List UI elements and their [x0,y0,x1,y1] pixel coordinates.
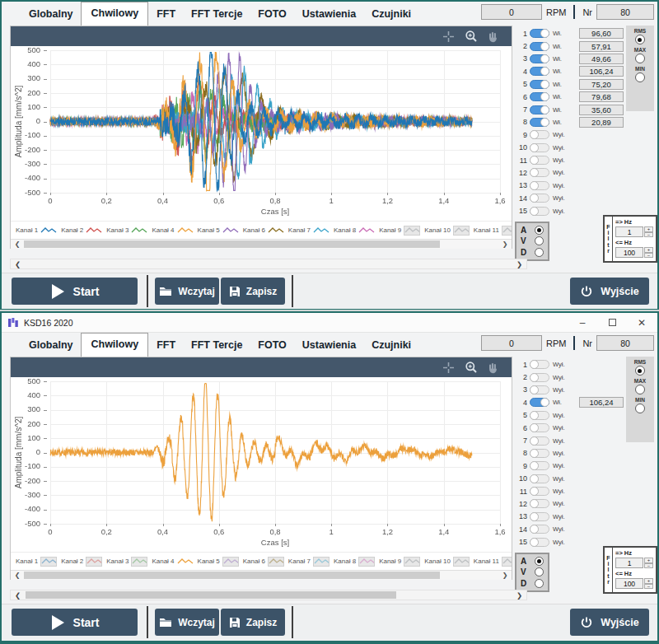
legend-item[interactable]: Kanał 7 [288,226,330,236]
legend-item[interactable]: Kanał 1 [16,557,57,567]
exit-button[interactable]: Wyjście [570,609,649,636]
channel-toggle[interactable] [530,423,549,432]
channel-toggle[interactable] [530,207,549,216]
radio-button[interactable] [635,404,645,413]
legend-item[interactable]: Kanał 11 [474,226,512,236]
tab-fft-tercje[interactable]: FFT Tercje [184,4,250,25]
channel-toggle[interactable] [530,29,549,38]
detector-option-min[interactable]: MIN [635,397,645,413]
channel-toggle[interactable] [530,194,549,203]
legend-item[interactable]: Kanał 2 [61,226,102,236]
start-button[interactable]: Start [12,278,138,305]
tab-chwilowy[interactable]: Chwilowy [81,2,148,26]
save-button[interactable]: Zapisz [221,278,285,305]
detector-option-min[interactable]: MIN [635,66,645,82]
channel-toggle[interactable] [530,538,549,547]
legend-item[interactable]: Kanał 10 [424,557,470,567]
channel-toggle[interactable] [530,360,549,369]
crosshair-icon[interactable] [442,361,456,375]
tab-globalny[interactable]: Globalny [21,335,80,356]
radio-button[interactable] [535,557,544,566]
legend-item[interactable]: Kanał 8 [334,226,375,236]
load-button[interactable]: Wczytaj [155,609,219,636]
radio-button[interactable] [535,567,544,576]
scrollbar-thumb[interactable] [26,591,396,599]
channel-toggle[interactable] [530,42,549,51]
tab-chwilowy[interactable]: Chwilowy [81,333,148,357]
radio-button[interactable] [635,54,645,63]
scroll-right-icon[interactable]: ❯ [500,571,510,580]
legend-item[interactable]: Kanał 3 [106,226,147,236]
detector-option-rms[interactable]: RMS [634,359,646,376]
scroll-left-icon[interactable]: ❮ [12,259,23,268]
nr-input[interactable]: 80 [596,335,654,351]
channel-toggle[interactable] [530,143,549,152]
radio-button[interactable] [635,72,645,82]
legend-item[interactable]: Kanał 6 [243,557,284,567]
zoom-icon[interactable] [464,30,478,44]
radio-button[interactable] [635,385,645,394]
radio-button[interactable] [635,35,645,44]
maximize-button[interactable] [600,315,624,331]
scrollbar-thumb[interactable] [24,572,440,579]
radio-button[interactable] [535,236,544,245]
pan-hand-icon[interactable] [486,361,500,375]
radio-button[interactable] [635,366,645,376]
highpass-input[interactable]: 1 [615,226,643,237]
close-button[interactable]: ✕ [629,315,654,331]
signal-type-option-d[interactable]: D [521,579,544,588]
tab-fft[interactable]: FFT [149,4,183,25]
tab-fft-tercje[interactable]: FFT Tercje [184,335,250,356]
channel-toggle[interactable] [530,449,549,458]
channel-toggle[interactable] [530,105,549,114]
legend-item[interactable]: Kanał 10 [424,226,470,236]
channel-toggle[interactable] [530,80,549,89]
tab-fft[interactable]: FFT [149,335,183,356]
tab-czujniki[interactable]: Czujniki [364,335,418,356]
channel-toggle[interactable] [530,181,549,190]
channel-toggle[interactable] [530,92,549,101]
waveform-chart[interactable] [11,46,512,221]
channel-toggle[interactable] [530,168,549,177]
nr-input[interactable]: 80 [596,4,654,20]
tab-ustawienia[interactable]: Ustawienia [295,335,363,356]
channel-toggle[interactable] [530,130,549,139]
channel-toggle[interactable] [530,67,549,76]
legend-item[interactable]: Kanał 3 [106,557,147,567]
channel-toggle[interactable] [530,385,549,394]
tab-ustawienia[interactable]: Ustawienia [295,4,363,25]
scroll-right-icon[interactable]: ❯ [500,240,510,249]
tab-foto[interactable]: FOTO [250,4,294,25]
channel-toggle[interactable] [530,525,549,534]
scroll-left-icon[interactable]: ❮ [12,571,22,580]
start-button[interactable]: Start [12,609,138,636]
signal-type-option-a[interactable]: A [521,226,544,235]
channel-toggle[interactable] [530,54,549,63]
signal-type-option-v[interactable]: V [521,236,544,245]
legend-item[interactable]: Kanał 8 [334,557,375,567]
detector-option-max[interactable]: MAX [634,47,646,63]
channel-toggle[interactable] [530,499,549,508]
channel-toggle[interactable] [530,156,549,165]
legend-item[interactable]: Kanał 9 [379,557,420,567]
signal-type-option-v[interactable]: V [521,567,544,576]
crosshair-icon[interactable] [442,30,456,44]
spin-down-icon[interactable]: − [644,584,653,590]
scrollbar-thumb[interactable] [24,240,440,248]
tab-foto[interactable]: FOTO [250,335,294,356]
detector-option-max[interactable]: MAX [634,378,646,394]
waveform-chart[interactable] [11,377,512,552]
radio-button[interactable] [535,248,544,257]
legend-item[interactable]: Kanał 7 [288,557,330,567]
radio-button[interactable] [535,226,544,235]
load-button[interactable]: Wczytaj [155,278,219,305]
legend-item[interactable]: Kanał 1 [16,226,57,236]
legend-item[interactable]: Kanał 2 [61,557,102,567]
channel-toggle[interactable] [530,398,549,407]
legend-item[interactable]: Kanał 4 [152,557,193,567]
detector-option-rms[interactable]: RMS [634,28,646,44]
scroll-right-icon[interactable]: ❯ [514,590,525,600]
tab-czujniki[interactable]: Czujniki [364,4,418,25]
tab-globalny[interactable]: Globalny [21,4,80,25]
scroll-left-icon[interactable]: ❮ [12,240,22,249]
